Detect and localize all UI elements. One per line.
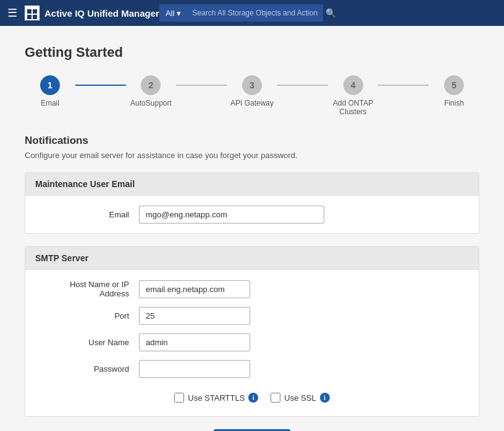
step-3-circle: 3 xyxy=(242,75,262,95)
starttls-info-icon[interactable]: i xyxy=(248,393,258,403)
step-3-label: API Gateway xyxy=(230,99,274,107)
host-input[interactable] xyxy=(139,280,250,298)
ssl-label: Use SSL xyxy=(284,393,316,403)
all-dropdown[interactable]: All ▾ xyxy=(159,4,187,22)
step-line-3 xyxy=(277,85,328,86)
step-line-1 xyxy=(75,85,126,86)
step-5-label: Finish xyxy=(444,99,464,107)
password-row: Password xyxy=(40,360,464,378)
page-title: Getting Started xyxy=(25,44,479,61)
step-4-circle: 4 xyxy=(343,75,363,95)
step-line-2 xyxy=(176,85,227,86)
username-row: User Name xyxy=(40,333,464,351)
step-2-label: AutoSupport xyxy=(130,99,172,107)
smtp-server-section: SMTP Server Host Name or IP Address Port… xyxy=(25,246,479,417)
ssl-item: Use SSL i xyxy=(271,393,329,403)
step-line-4 xyxy=(378,85,429,86)
main-content: Getting Started 1 Email 2 AutoSupport 3 … xyxy=(0,26,504,431)
starttls-item: Use STARTTLS i xyxy=(174,393,258,403)
step-5-circle: 5 xyxy=(444,75,464,95)
logo-icon xyxy=(25,6,40,20)
step-1-label: Email xyxy=(41,99,59,107)
step-3: 3 API Gateway xyxy=(227,75,277,107)
step-4: 4 Add ONTAP Clusters xyxy=(328,75,379,116)
username-input[interactable] xyxy=(139,333,250,351)
app-logo: Active IQ Unified Manager xyxy=(25,6,159,20)
email-label: Email xyxy=(40,210,139,219)
stepper: 1 Email 2 AutoSupport 3 API Gateway 4 Ad… xyxy=(25,75,479,116)
svg-rect-2 xyxy=(27,15,32,19)
svg-rect-0 xyxy=(27,9,32,14)
step-1: 1 Email xyxy=(25,75,75,107)
checkbox-row: Use STARTTLS i Use SSL i xyxy=(40,387,464,406)
step-5: 5 Finish xyxy=(429,75,479,107)
search-icon: 🔍 xyxy=(326,8,336,18)
ssl-checkbox[interactable] xyxy=(271,393,280,403)
svg-rect-1 xyxy=(33,9,37,14)
starttls-label: Use STARTTLS xyxy=(188,393,245,403)
maintenance-email-header: Maintenance User Email xyxy=(25,173,479,196)
svg-rect-3 xyxy=(33,15,37,19)
email-row: Email xyxy=(40,206,464,224)
password-input[interactable] xyxy=(139,360,250,378)
step-2-circle: 2 xyxy=(141,75,161,95)
email-input[interactable] xyxy=(139,206,324,224)
app-title: Active IQ Unified Manager xyxy=(44,8,159,19)
step-2: 2 AutoSupport xyxy=(126,75,177,107)
ssl-info-icon[interactable]: i xyxy=(320,393,330,403)
maintenance-email-section: Maintenance User Email Email xyxy=(25,172,479,234)
header: ☰ Active IQ Unified Manager All ▾ 🔍 xyxy=(0,0,504,26)
step-1-circle: 1 xyxy=(40,75,60,95)
smtp-server-body: Host Name or IP Address Port User Name P… xyxy=(25,270,479,416)
search-input[interactable] xyxy=(187,4,323,22)
smtp-server-header: SMTP Server xyxy=(25,247,479,270)
host-label: Host Name or IP Address xyxy=(40,280,139,298)
port-input[interactable] xyxy=(139,307,250,325)
starttls-checkbox[interactable] xyxy=(174,393,184,403)
username-label: User Name xyxy=(40,338,139,347)
step-4-label: Add ONTAP Clusters xyxy=(328,99,379,116)
notifications-title: Notifications xyxy=(25,135,479,147)
host-row: Host Name or IP Address xyxy=(40,280,464,298)
search-area: All ▾ 🔍 xyxy=(159,4,336,22)
hamburger-menu[interactable]: ☰ xyxy=(7,6,17,20)
port-row: Port xyxy=(40,307,464,325)
password-label: Password xyxy=(40,364,139,374)
maintenance-email-body: Email xyxy=(25,196,479,233)
notifications-desc: Configure your email server for assistan… xyxy=(25,151,479,160)
port-label: Port xyxy=(40,311,139,320)
